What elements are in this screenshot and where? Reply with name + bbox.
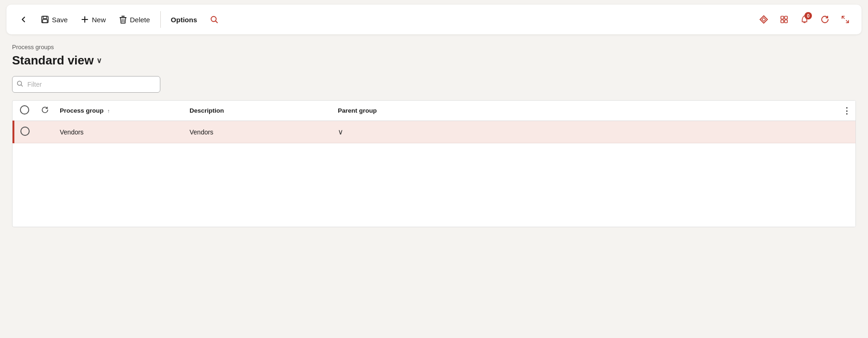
search-icon <box>210 15 218 24</box>
svg-rect-7 <box>785 16 787 19</box>
svg-rect-4 <box>121 16 125 17</box>
office-icon <box>779 15 789 24</box>
td-more <box>837 121 855 143</box>
th-more[interactable]: ⋮ <box>837 101 855 121</box>
th-process-group-label: Process group <box>60 107 104 114</box>
column-more-icon[interactable]: ⋮ <box>843 106 851 115</box>
td-process-group: Vendors <box>54 121 184 143</box>
options-label: Options <box>171 16 197 24</box>
sort-asc-icon[interactable]: ↑ <box>108 108 110 114</box>
new-button[interactable]: New <box>75 12 111 27</box>
diamond-icon <box>759 15 768 24</box>
save-button[interactable]: Save <box>35 12 73 27</box>
delete-button[interactable]: Delete <box>113 12 155 27</box>
page-title-text: Standard view <box>12 53 94 68</box>
table-header-row: Process group ↑ Description Parent group… <box>13 101 855 121</box>
th-refresh[interactable] <box>36 101 54 121</box>
parent-group-dropdown-icon[interactable]: ∨ <box>338 128 343 136</box>
view-dropdown-icon[interactable]: ∨ <box>96 56 102 65</box>
back-button[interactable] <box>14 12 33 27</box>
back-icon <box>19 15 28 24</box>
new-label: New <box>92 16 106 24</box>
notification-badge: 0 <box>805 12 812 19</box>
svg-rect-2 <box>43 19 47 23</box>
data-table: Process group ↑ Description Parent group… <box>13 101 855 227</box>
td-parent-group[interactable]: ∨ <box>332 121 837 143</box>
options-button[interactable]: Options <box>165 12 203 27</box>
expand-button[interactable] <box>836 11 854 28</box>
toolbar-left: Save New Delete Options <box>14 11 755 28</box>
header-refresh-icon <box>41 106 49 114</box>
refresh-icon <box>820 15 830 24</box>
filter-search-icon <box>17 81 23 89</box>
office-button[interactable] <box>775 11 793 28</box>
empty-area <box>13 143 855 227</box>
th-parent-group-label: Parent group <box>338 107 377 114</box>
refresh-button[interactable] <box>816 11 834 28</box>
expand-icon <box>841 15 850 24</box>
svg-point-5 <box>211 17 216 22</box>
save-label: Save <box>52 16 68 24</box>
svg-rect-9 <box>785 20 787 23</box>
td-checkbox[interactable] <box>13 121 36 143</box>
th-select-all[interactable] <box>13 101 36 121</box>
th-description-label: Description <box>190 107 224 114</box>
filter-input[interactable] <box>12 76 160 93</box>
filter-wrapper <box>12 76 160 93</box>
table-container: Process group ↑ Description Parent group… <box>12 100 856 227</box>
notification-button[interactable]: 0 <box>796 11 813 28</box>
td-description: Vendors <box>184 121 332 143</box>
select-all-checkbox[interactable] <box>20 105 29 115</box>
th-description: Description <box>184 101 332 121</box>
toolbar-right: 0 <box>755 11 854 28</box>
save-icon <box>41 15 49 24</box>
svg-rect-1 <box>43 16 47 19</box>
page-title: Standard view ∨ <box>12 53 856 68</box>
th-process-group[interactable]: Process group ↑ <box>54 101 184 121</box>
td-refresh <box>36 121 54 143</box>
row-checkbox[interactable] <box>20 127 30 136</box>
breadcrumb: Process groups <box>12 44 856 51</box>
search-button[interactable] <box>204 12 224 27</box>
table-row: Vendors Vendors ∨ <box>13 121 855 143</box>
svg-rect-8 <box>781 20 784 23</box>
delete-icon <box>119 15 127 24</box>
toolbar: Save New Delete Options <box>6 5 862 34</box>
empty-row <box>13 143 855 227</box>
toolbar-divider <box>160 11 161 28</box>
th-parent-group: Parent group <box>332 101 837 121</box>
new-icon <box>81 15 89 24</box>
main-content: Process groups Standard view ∨ <box>0 39 868 227</box>
delete-label: Delete <box>130 16 150 24</box>
svg-rect-6 <box>781 16 784 19</box>
diamond-button[interactable] <box>755 11 773 28</box>
